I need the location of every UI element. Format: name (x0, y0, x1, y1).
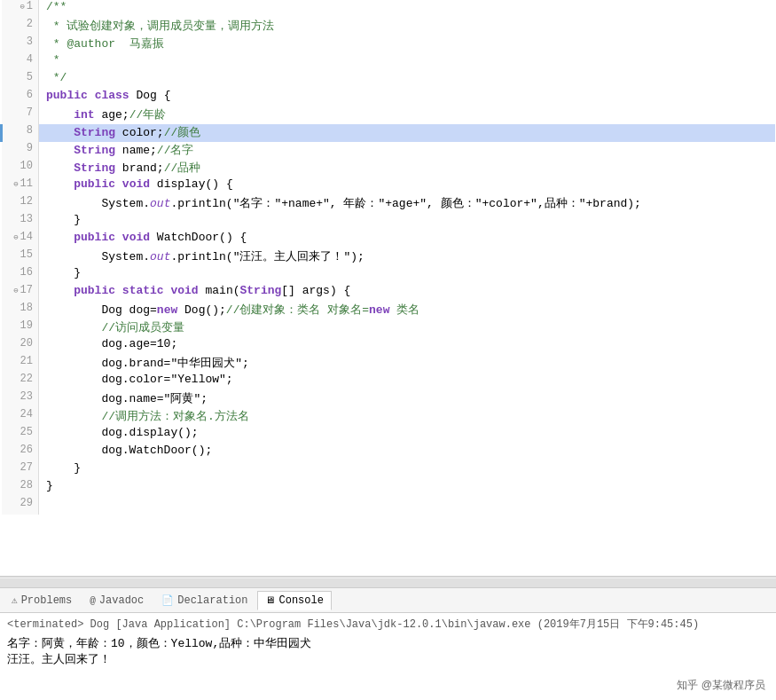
tab-icon: 🖥 (265, 594, 275, 606)
code-content: System.out.println("汪汪。主人回来了！"); (39, 248, 775, 266)
line-number: 13 (2, 213, 39, 231)
tab-problems[interactable]: ⚠Problems (4, 591, 80, 610)
line-number: 25 (2, 426, 39, 444)
line-number: 29 (2, 497, 39, 515)
code-line: 9 String name;//名字 (2, 142, 775, 160)
code-content: //访问成员变量 (39, 319, 775, 337)
code-content: * 试验创建对象，调用成员变量，调用方法 (39, 18, 775, 35)
line-number: 15 (2, 248, 39, 266)
code-content: public void WatchDoor() { (39, 231, 775, 248)
code-content: dog.brand="中华田园犬"; (39, 355, 775, 373)
code-line: 3 * @author 马嘉振 (2, 35, 775, 53)
code-content: } (39, 479, 775, 497)
code-content: } (39, 266, 775, 284)
line-number: 16 (2, 266, 39, 284)
code-content: * @author 马嘉振 (39, 35, 775, 53)
tab-label: Problems (21, 594, 73, 607)
code-line: 28} (2, 479, 775, 497)
code-line: 5 */ (2, 71, 775, 89)
code-line: 18 Dog dog=new Dog();//创建对象：类名 对象名=new 类… (2, 302, 775, 319)
code-line: ⊖17 public static void main(String[] arg… (2, 284, 775, 302)
code-line: 10 String brand;//品种 (2, 160, 775, 177)
console-output-line2: 汪汪。主人回来了！ (7, 651, 769, 667)
code-content: //调用方法：对象名.方法名 (39, 408, 775, 426)
line-number: 21 (2, 355, 39, 373)
line-number: ⊖14 (2, 231, 39, 248)
code-line: 29 (2, 497, 775, 515)
tab-declaration[interactable]: 📄Declaration (153, 591, 255, 610)
line-number: 6 (2, 89, 39, 106)
line-number: 5 (2, 71, 39, 89)
code-line: 6public class Dog { (2, 89, 775, 106)
bottom-panel: ⚠Problems@Javadoc📄Declaration🖥Console <t… (0, 587, 776, 693)
line-number: 10 (2, 160, 39, 177)
line-number: 2 (2, 18, 39, 35)
code-line: 21 dog.brand="中华田园犬"; (2, 355, 775, 373)
code-content: */ (39, 71, 775, 89)
code-line: 24 //调用方法：对象名.方法名 (2, 408, 775, 426)
code-content: dog.name="阿黄"; (39, 390, 775, 408)
tab-icon: ⚠ (12, 594, 18, 606)
code-content: } (39, 461, 775, 479)
code-line: 7 int age;//年龄 (2, 106, 775, 124)
code-content: public class Dog { (39, 89, 775, 106)
line-number: 4 (2, 53, 39, 71)
line-number: 3 (2, 35, 39, 53)
console-output-line1: 名字：阿黄，年龄：10，颜色：Yellow,品种：中华田园犬 (7, 635, 769, 651)
line-number: 23 (2, 390, 39, 408)
tab-javadoc[interactable]: @Javadoc (82, 591, 152, 610)
code-content: * (39, 53, 775, 71)
code-content: dog.age=10; (39, 337, 775, 355)
code-content: dog.WatchDoor(); (39, 444, 775, 461)
code-content: String color;//颜色 (39, 124, 775, 142)
code-line: 13 } (2, 213, 775, 231)
line-number: 7 (2, 106, 39, 124)
code-line: 8 String color;//颜色 (2, 124, 775, 142)
code-content: public void display() { (39, 177, 775, 195)
code-table: ⊖1/**2 * 试验创建对象，调用成员变量，调用方法3 * @author 马… (0, 0, 776, 515)
line-number: 19 (2, 319, 39, 337)
code-line: 22 dog.color="Yellow"; (2, 373, 775, 390)
code-line: 12 System.out.println("名字："+name+", 年龄："… (2, 195, 775, 213)
code-line: 20 dog.age=10; (2, 337, 775, 355)
editor-area: ⊖1/**2 * 试验创建对象，调用成员变量，调用方法3 * @author 马… (0, 0, 776, 577)
tab-bar: ⚠Problems@Javadoc📄Declaration🖥Console (0, 588, 776, 613)
tab-console[interactable]: 🖥Console (257, 591, 331, 610)
line-number: 20 (2, 337, 39, 355)
code-content: String brand;//品种 (39, 160, 775, 177)
code-line: 2 * 试验创建对象，调用成员变量，调用方法 (2, 18, 775, 35)
code-content (39, 497, 775, 515)
tab-label: Javadoc (99, 594, 144, 607)
watermark: 知乎 @某微程序员 (677, 678, 765, 693)
line-number: 24 (2, 408, 39, 426)
horizontal-scrollbar[interactable] (0, 577, 776, 587)
code-line: 19 //访问成员变量 (2, 319, 775, 337)
tab-label: Declaration (177, 594, 247, 607)
line-number: ⊖17 (2, 284, 39, 302)
line-number: ⊖11 (2, 177, 39, 195)
code-line: ⊖14 public void WatchDoor() { (2, 231, 775, 248)
code-content: String name;//名字 (39, 142, 775, 160)
tab-label: Console (278, 594, 323, 607)
line-number: 26 (2, 444, 39, 461)
console-terminated-line: <terminated> Dog [Java Application] C:\P… (7, 617, 769, 632)
line-number: 8 (2, 124, 39, 142)
code-line: 26 dog.WatchDoor(); (2, 444, 775, 461)
tab-icon: 📄 (161, 594, 174, 606)
code-line: 27 } (2, 461, 775, 479)
console-area: <terminated> Dog [Java Application] C:\P… (0, 613, 776, 693)
code-line: 16 } (2, 266, 775, 284)
code-line: ⊖1/** (2, 0, 775, 18)
code-content: /** (39, 0, 775, 18)
line-number: 28 (2, 479, 39, 497)
code-content: int age;//年龄 (39, 106, 775, 124)
line-number: 12 (2, 195, 39, 213)
code-content: Dog dog=new Dog();//创建对象：类名 对象名=new 类名 (39, 302, 775, 319)
code-content: } (39, 213, 775, 231)
code-line: 4 * (2, 53, 775, 71)
code-content: System.out.println("名字："+name+", 年龄："+ag… (39, 195, 775, 213)
code-content: public static void main(String[] args) { (39, 284, 775, 302)
line-number: ⊖1 (2, 0, 39, 18)
line-number: 18 (2, 302, 39, 319)
code-line: 23 dog.name="阿黄"; (2, 390, 775, 408)
